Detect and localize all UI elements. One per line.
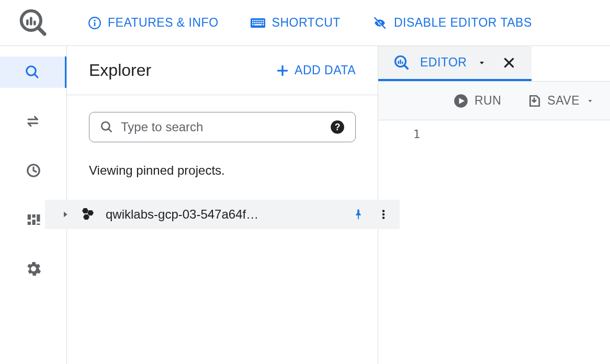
project-row[interactable]: qwiklabs-gcp-03-547a64f…: [45, 200, 400, 229]
features-label: FEATURES & INFO: [108, 16, 219, 30]
nav-transfers[interactable]: [0, 106, 66, 137]
editor-tab[interactable]: EDITOR: [378, 46, 532, 81]
visibility-off-icon: [372, 16, 388, 30]
editor-tab-label: EDITOR: [420, 55, 467, 70]
info-icon: [88, 16, 101, 30]
svg-rect-11: [252, 22, 254, 24]
editor-panel: EDITOR RUN: [378, 46, 610, 364]
svg-rect-15: [261, 22, 262, 24]
svg-rect-5: [252, 20, 254, 21]
svg-rect-13: [256, 22, 258, 24]
project-icon: [80, 207, 96, 222]
svg-rect-16: [263, 22, 264, 24]
svg-rect-17: [252, 24, 254, 26]
close-icon[interactable]: [502, 56, 516, 70]
search-box[interactable]: ?: [89, 112, 356, 142]
help-icon[interactable]: ?: [330, 120, 345, 134]
svg-rect-26: [32, 220, 35, 225]
shortcut-label: SHORTCUT: [272, 16, 341, 30]
query-tab-icon: [394, 55, 410, 71]
add-data-button[interactable]: ADD DATA: [276, 63, 356, 77]
line-number: 1: [378, 120, 431, 364]
nav-settings[interactable]: [0, 253, 66, 285]
play-icon: [454, 94, 468, 108]
save-icon: [527, 94, 541, 108]
chevron-down-icon: [586, 98, 594, 104]
search-icon: [25, 64, 40, 80]
svg-rect-24: [27, 222, 30, 225]
clock-icon: [26, 163, 41, 178]
svg-rect-23: [27, 214, 30, 220]
run-label: RUN: [475, 94, 501, 108]
chevron-down-icon[interactable]: [477, 60, 487, 66]
bars-icon: [26, 212, 41, 228]
pin-icon[interactable]: [353, 207, 364, 222]
nav-sql-workspace[interactable]: [0, 56, 66, 88]
run-button[interactable]: RUN: [454, 94, 501, 108]
add-data-label: ADD DATA: [295, 63, 356, 77]
svg-rect-6: [254, 20, 256, 21]
project-name: qwiklabs-gcp-03-547a64f…: [106, 207, 343, 222]
svg-rect-12: [254, 22, 256, 24]
gear-icon: [26, 261, 41, 277]
svg-rect-19: [263, 24, 264, 26]
disable-editor-tabs-button[interactable]: DISABLE EDITOR TABS: [372, 16, 532, 30]
search-input[interactable]: [121, 120, 323, 134]
bigquery-logo: [0, 0, 67, 46]
save-button[interactable]: SAVE: [527, 94, 594, 108]
pinned-projects-text: Viewing pinned projects.: [89, 163, 356, 178]
expand-icon[interactable]: [61, 210, 70, 219]
svg-point-2: [94, 19, 95, 21]
svg-text:?: ?: [335, 122, 341, 132]
transfers-icon: [26, 113, 41, 129]
svg-rect-7: [256, 20, 258, 21]
svg-rect-28: [37, 224, 40, 225]
editor-content[interactable]: 1: [378, 120, 610, 364]
disable-tabs-label: DISABLE EDITOR TABS: [394, 16, 532, 30]
svg-rect-10: [263, 20, 264, 21]
explorer-title: Explorer: [89, 61, 151, 80]
features-info-button[interactable]: FEATURES & INFO: [88, 16, 219, 30]
svg-rect-3: [94, 22, 96, 26]
svg-rect-25: [32, 214, 35, 218]
search-icon: [100, 120, 114, 134]
bigquery-logo-icon: [19, 8, 48, 38]
shortcut-button[interactable]: SHORTCUT: [250, 16, 341, 30]
svg-rect-27: [37, 214, 40, 222]
plus-icon: [276, 64, 289, 77]
svg-rect-9: [261, 20, 262, 21]
nav-scheduled[interactable]: [0, 155, 66, 186]
svg-rect-8: [258, 20, 260, 21]
svg-rect-18: [254, 24, 262, 26]
explorer-panel: Explorer ADD DATA ? Viewing pin: [67, 46, 378, 364]
save-label: SAVE: [547, 94, 580, 108]
keyboard-icon: [250, 17, 266, 29]
svg-rect-14: [258, 22, 260, 24]
